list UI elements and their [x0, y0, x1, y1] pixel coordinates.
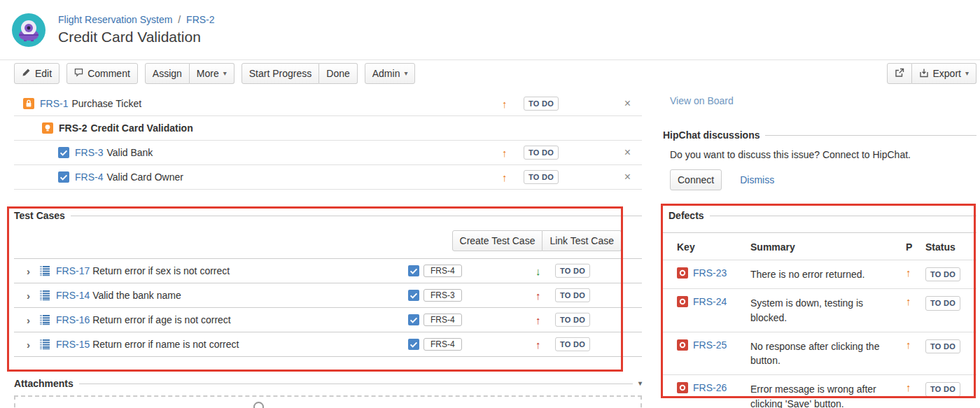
share-button[interactable]	[887, 63, 912, 84]
test-cases-heading-label: Test Cases	[14, 210, 65, 221]
test-case-key-link[interactable]: FRS-15	[56, 339, 90, 350]
start-progress-label: Start Progress	[249, 68, 312, 79]
attachment-dropzone[interactable]	[14, 395, 642, 408]
expand-chevron-icon[interactable]: ›	[27, 339, 30, 351]
defect-key-link[interactable]: FRS-25	[693, 339, 727, 351]
more-button[interactable]: More ▾	[190, 63, 234, 84]
test-case-row-frs-14: › FRS-14 Valid the bank name FRS-3	[14, 283, 642, 308]
breadcrumb-issue-link[interactable]: FRS-2	[186, 14, 214, 25]
test-case-list-icon	[39, 339, 50, 350]
done-button[interactable]: Done	[319, 63, 357, 84]
subtask-check-icon	[58, 171, 69, 183]
start-progress-button[interactable]: Start Progress	[241, 63, 319, 84]
export-download-icon	[919, 68, 929, 80]
test-case-key-link[interactable]: FRS-16	[56, 314, 90, 325]
attachments-heading-label: Attachments	[14, 378, 74, 389]
current-issue-key: FRS-2	[59, 122, 87, 134]
attachments-heading: Attachments ▾	[14, 378, 642, 389]
export-button-label: Export	[933, 68, 961, 79]
bug-icon	[677, 267, 688, 279]
hipchat-connect-button[interactable]: Connect	[670, 169, 722, 190]
status-badge: TO DO	[524, 170, 559, 184]
linked-requirement: FRS-3	[408, 289, 462, 302]
linked-issue-badge[interactable]: FRS-3	[424, 289, 462, 302]
edit-button[interactable]: Edit	[14, 63, 59, 84]
defects-table-header: Key Summary P Status	[663, 233, 976, 260]
issue-toolbar: Edit Comment Assign More ▾ Start Progres…	[14, 63, 976, 84]
issue-row-frs-4: FRS-4 Valid Card Owner ↑ TO DO ×	[14, 165, 642, 190]
test-case-text: FRS-17 Return error if sex is not correc…	[56, 265, 230, 276]
bug-icon	[677, 296, 688, 307]
page-title: Credit Card Validation	[58, 29, 215, 45]
status-badge: TO DO	[524, 97, 559, 111]
close-icon[interactable]: ×	[624, 147, 631, 158]
issue-key-link[interactable]: FRS-4	[75, 171, 103, 183]
status-badge: TO DO	[555, 337, 590, 351]
issue-row-frs-3: FRS-3 Valid Bank ↑ TO DO ×	[14, 141, 642, 165]
create-test-case-label: Create Test Case	[460, 235, 536, 246]
admin-button[interactable]: Admin ▾	[365, 63, 416, 84]
expand-chevron-icon[interactable]: ›	[27, 314, 30, 326]
priority-up-icon: ↑	[906, 296, 925, 307]
test-case-summary: Return error if name is not correct	[92, 339, 239, 350]
share-export-group: Export ▾	[887, 63, 977, 84]
priority-up-icon: ↑	[502, 148, 507, 158]
dropdown-caret-icon: ▾	[965, 70, 969, 77]
workflow-group: Start Progress Done	[241, 63, 358, 84]
test-case-list-icon	[39, 314, 50, 325]
test-case-summary: Valid the bank name	[92, 290, 181, 301]
defect-row-frs-23: FRS-23 There is no error returned. ↑ TO …	[663, 260, 976, 289]
breadcrumb-project-link[interactable]: Flight Reservation System	[58, 14, 172, 25]
collapse-caret-icon[interactable]: ▾	[638, 380, 642, 387]
edit-button-label: Edit	[35, 68, 52, 79]
defect-key-cell: FRS-23	[677, 267, 750, 279]
linked-issue-badge[interactable]: FRS-4	[424, 338, 462, 351]
create-test-case-button[interactable]: Create Test Case	[452, 230, 543, 251]
linked-issue-badge[interactable]: FRS-4	[424, 314, 462, 326]
view-on-board-link[interactable]: View on Board	[670, 95, 734, 106]
defect-key-link[interactable]: FRS-24	[693, 296, 727, 307]
linked-issue-badge[interactable]: FRS-4	[424, 265, 462, 277]
project-avatar-icon[interactable]	[12, 13, 46, 47]
comment-button-label: Comment	[88, 68, 130, 79]
assign-button[interactable]: Assign	[145, 63, 190, 84]
comment-button[interactable]: Comment	[66, 63, 138, 84]
status-badge: TO DO	[925, 267, 960, 281]
column-header-summary: Summary	[750, 241, 906, 253]
subtask-check-icon	[408, 265, 419, 276]
issue-summary: Valid Card Owner	[106, 171, 183, 183]
link-test-case-button[interactable]: Link Test Case	[542, 230, 622, 251]
status-badge: TO DO	[925, 296, 960, 310]
heading-rule	[710, 216, 976, 216]
close-icon[interactable]: ×	[624, 171, 631, 183]
status-badge: TO DO	[925, 339, 960, 353]
hipchat-dismiss-link[interactable]: Dismiss	[740, 174, 774, 185]
pencil-icon	[22, 68, 31, 79]
defect-key-link[interactable]: FRS-26	[693, 382, 727, 393]
expand-chevron-icon[interactable]: ›	[27, 290, 30, 302]
hipchat-message: Do you want to discuss this issue? Conne…	[670, 149, 976, 160]
test-case-key-link[interactable]: FRS-17	[56, 265, 90, 276]
priority-down-icon: ↓	[536, 266, 541, 276]
linked-requirement: FRS-4	[408, 314, 462, 326]
test-case-text: FRS-15 Return error if name is not corre…	[56, 339, 239, 350]
test-cases-section: Test Cases Create Test Case Link Test Ca…	[14, 210, 642, 357]
defect-key-link[interactable]: FRS-23	[693, 267, 727, 279]
issue-key-link[interactable]: FRS-1	[40, 98, 68, 109]
close-icon[interactable]: ×	[624, 98, 631, 109]
defect-summary: Error message is wrong after clicking 'S…	[750, 382, 906, 408]
dropdown-caret-icon: ▾	[223, 70, 227, 77]
priority-up-icon: ↑	[502, 99, 507, 109]
expand-chevron-icon[interactable]: ›	[27, 265, 30, 277]
test-case-text: FRS-16 Return error if age is not correc…	[56, 314, 231, 325]
column-header-priority: P	[906, 241, 925, 253]
issue-key-link[interactable]: FRS-3	[75, 147, 103, 158]
defect-summary: There is no error returned.	[750, 267, 906, 281]
export-button[interactable]: Export ▾	[912, 63, 977, 84]
test-case-key-link[interactable]: FRS-14	[56, 290, 90, 301]
bug-icon	[677, 339, 688, 351]
test-case-summary: Return error if sex is not correct	[92, 265, 230, 276]
heading-rule	[765, 135, 976, 136]
status-badge: TO DO	[524, 146, 559, 160]
attachments-section: Attachments ▾	[14, 378, 642, 408]
